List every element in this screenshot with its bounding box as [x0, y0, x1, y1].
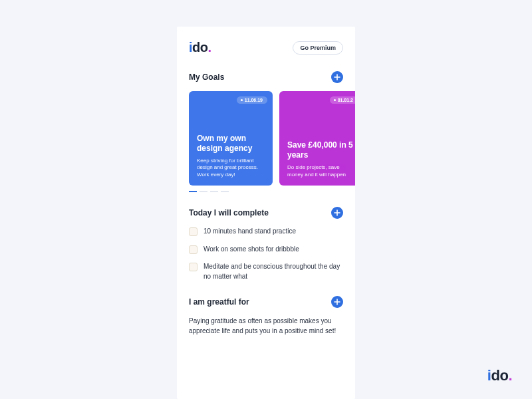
plus-icon — [334, 299, 340, 305]
checkbox[interactable] — [189, 227, 198, 236]
todo-label: 10 minutes hand stand practice — [203, 227, 296, 237]
logo-period: . — [208, 40, 211, 55]
goal-date-badge: 11.06.19 — [237, 96, 267, 104]
goals-title: My Goals — [189, 72, 224, 82]
todo-label: Meditate and be conscious throughout the… — [203, 262, 343, 281]
pager-dot[interactable] — [200, 191, 207, 192]
goal-card-subtitle: Do side projects, save money and it will… — [287, 164, 355, 179]
checkbox[interactable] — [189, 263, 198, 271]
goal-card-title: Own my own design agency — [197, 134, 266, 154]
goal-card-body: Own my own design agency Keep striving f… — [197, 134, 266, 179]
app-logo: ido. — [189, 40, 211, 55]
todo-label: Work on some shots for dribbble — [203, 245, 299, 255]
goal-date: 01.01.2 — [338, 98, 353, 102]
add-gratitude-button[interactable] — [331, 296, 343, 308]
go-premium-button[interactable]: Go Premium — [293, 41, 343, 55]
logo-text: do — [192, 40, 207, 55]
app-screen: ido. Go Premium My Goals 11.06.19 Own my… — [177, 27, 355, 399]
goal-card[interactable]: 11.06.19 Own my own design agency Keep s… — [189, 91, 273, 186]
dot-icon — [334, 99, 336, 101]
pager-dot[interactable] — [221, 191, 229, 192]
pager-dot[interactable] — [210, 191, 218, 192]
goal-pager[interactable] — [189, 191, 343, 192]
plus-icon — [334, 209, 340, 216]
grateful-title: I am greatful for — [189, 297, 249, 307]
todo-item[interactable]: Meditate and be conscious throughout the… — [189, 262, 343, 281]
grateful-body: Paying gratitude as often as possible ma… — [189, 316, 343, 336]
grateful-section: I am greatful for Paying gratitude as of… — [189, 296, 343, 336]
goal-cards[interactable]: 11.06.19 Own my own design agency Keep s… — [189, 91, 355, 186]
logo-period: . — [508, 367, 512, 384]
add-task-button[interactable] — [331, 207, 343, 219]
today-header: Today I will complete — [189, 207, 343, 219]
pager-dot[interactable] — [189, 191, 197, 192]
goals-section: My Goals 11.06.19 Own my own design agen… — [189, 71, 343, 192]
plus-icon — [334, 74, 340, 80]
today-section: Today I will complete 10 minutes hand st… — [189, 207, 343, 281]
add-goal-button[interactable] — [331, 71, 343, 83]
todo-list: 10 minutes hand stand practice Work on s… — [189, 227, 343, 281]
dot-icon — [241, 99, 243, 101]
todo-item[interactable]: 10 minutes hand stand practice — [189, 227, 343, 237]
todo-item[interactable]: Work on some shots for dribbble — [189, 245, 343, 255]
goal-card-body: Save £40,000 in 5 years Do side projects… — [287, 140, 355, 179]
corner-logo: ido. — [487, 367, 512, 384]
goal-date: 11.06.19 — [245, 98, 263, 102]
today-title: Today I will complete — [189, 208, 269, 217]
goal-card[interactable]: 01.01.2 Save £40,000 in 5 years Do side … — [279, 91, 355, 186]
goal-date-badge: 01.01.2 — [330, 96, 355, 104]
checkbox[interactable] — [189, 245, 198, 254]
logo-text: do — [491, 367, 508, 384]
grateful-header: I am greatful for — [189, 296, 343, 308]
goals-header: My Goals — [189, 71, 343, 83]
goal-card-title: Save £40,000 in 5 years — [287, 140, 355, 160]
top-bar: ido. Go Premium — [189, 40, 343, 55]
goal-card-subtitle: Keep striving for brilliant design and g… — [197, 158, 266, 179]
